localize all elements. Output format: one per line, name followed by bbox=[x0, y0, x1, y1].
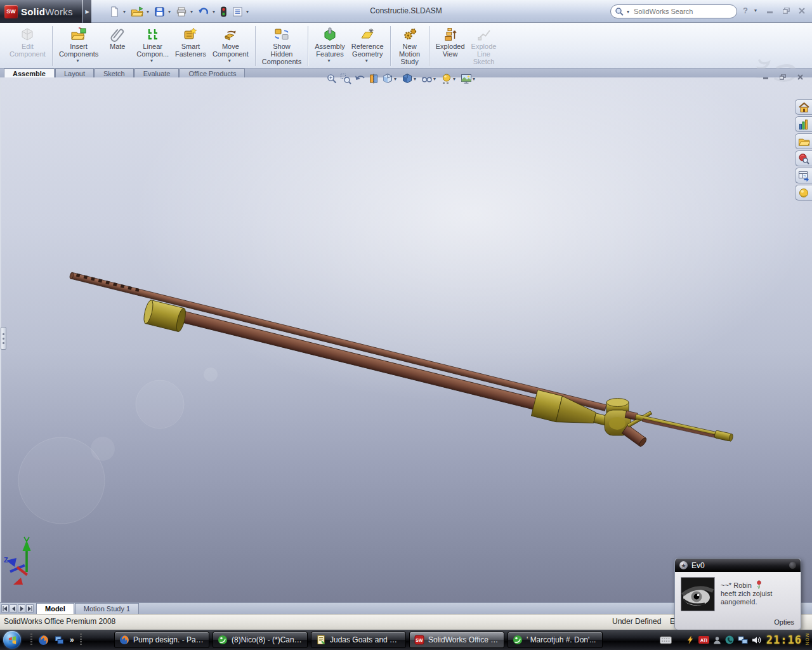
section-view-button[interactable] bbox=[367, 72, 381, 85]
buddy-icon[interactable] bbox=[713, 636, 721, 644]
lower-tube[interactable] bbox=[169, 308, 550, 413]
network-icon[interactable] bbox=[738, 636, 748, 644]
help-button[interactable]: ? bbox=[743, 6, 748, 15]
reference-geometry-button[interactable]: ReferenceGeometry▾ bbox=[348, 25, 387, 63]
quicklaunch-overflow-chevron[interactable]: » bbox=[70, 635, 74, 644]
doc-minimize-button[interactable] bbox=[761, 73, 770, 81]
hide-show-items-button[interactable]: ▾ bbox=[420, 72, 440, 85]
menu-expand-arrow[interactable]: ▶ bbox=[83, 0, 91, 23]
linear-component-pattern-button[interactable]: LinearCompon...▾ bbox=[133, 25, 172, 63]
view-orientation-button[interactable]: ▾ bbox=[381, 72, 400, 85]
scene-button[interactable]: ▾ bbox=[459, 72, 479, 85]
messenger-signin-popup[interactable]: ★ Ev0 ~~* Robin heeft zich zojuist aange… bbox=[674, 558, 801, 630]
dropdown-arrow-icon[interactable]: ▾ bbox=[246, 9, 249, 15]
search-scope-dropdown[interactable]: ▾ bbox=[627, 9, 629, 15]
graphics-viewport[interactable]: Z bbox=[0, 77, 812, 602]
open-button[interactable] bbox=[128, 4, 146, 19]
tab-sketch[interactable]: Sketch bbox=[95, 69, 134, 77]
new-motion-study-button[interactable]: NewMotionStudy bbox=[394, 25, 426, 65]
dropdown-arrow-icon[interactable]: ▾ bbox=[147, 9, 149, 15]
popup-options-link[interactable]: Opties bbox=[774, 618, 794, 626]
help-dropdown[interactable]: ▾ bbox=[754, 8, 757, 13]
dropdown-arrow-icon[interactable]: ▾ bbox=[213, 9, 215, 15]
taskbar-button-label: ' Marcotjuh #. Don'... bbox=[527, 635, 596, 644]
taskpane-appearances-tab[interactable] bbox=[795, 185, 812, 201]
smart-fasteners-button[interactable]: SmartFasteners bbox=[172, 25, 209, 58]
volume-icon[interactable] bbox=[752, 636, 761, 644]
appearance-button[interactable]: ▾ bbox=[440, 72, 459, 85]
taskbar-button[interactable]: ' Marcotjuh #. Don'... bbox=[508, 632, 603, 648]
search-input[interactable] bbox=[634, 8, 733, 15]
taskbar-button[interactable]: Pump design. - Pag... bbox=[114, 632, 209, 648]
dropdown-arrow-icon[interactable]: ▾ bbox=[433, 76, 436, 82]
valve-t-fitting[interactable] bbox=[605, 399, 652, 448]
new-document-button[interactable] bbox=[107, 4, 122, 19]
dropdown-arrow-icon[interactable]: ▾ bbox=[414, 76, 416, 82]
tab-last-button[interactable] bbox=[26, 604, 34, 613]
edit-component-label: Edit bbox=[22, 43, 34, 50]
show-hidden-components-button[interactable]: ShowHiddenComponents bbox=[259, 25, 304, 65]
taskpane-view-palette-tab[interactable] bbox=[795, 168, 812, 183]
close-button[interactable] bbox=[797, 6, 807, 15]
dropdown-arrow-icon[interactable]: ▾ bbox=[77, 58, 79, 63]
tray-clock[interactable]: 21:16 bbox=[766, 633, 802, 646]
previous-view-button[interactable] bbox=[353, 72, 367, 85]
dropdown-arrow-icon[interactable]: ▾ bbox=[473, 76, 475, 82]
options-list-button[interactable] bbox=[230, 4, 246, 19]
tab-prev-button[interactable] bbox=[10, 604, 17, 613]
move-component-button[interactable]: MoveComponent▾ bbox=[209, 25, 252, 63]
quick-launch: » bbox=[30, 630, 82, 650]
taskpane-solidworks-resources-tab[interactable] bbox=[795, 99, 812, 115]
taskbar-button[interactable]: SWSolidWorks Office P... bbox=[409, 632, 504, 648]
start-button[interactable] bbox=[3, 631, 21, 649]
restore-button[interactable] bbox=[781, 6, 791, 15]
dropdown-arrow-icon[interactable]: ▾ bbox=[190, 9, 193, 15]
traffic-light-button[interactable] bbox=[218, 4, 230, 19]
featuretree-splitter-handle[interactable] bbox=[1, 327, 6, 350]
titlebar: SW SolidWorks ▶ ▾▾▾▾▾▾ Constructie.SLDAS… bbox=[0, 0, 812, 23]
taskbar-button[interactable]: (8)Nico(8) - (*)Cano... bbox=[213, 632, 308, 648]
doc-restore-button[interactable] bbox=[778, 73, 787, 81]
zoom-area-button[interactable] bbox=[339, 72, 353, 85]
popup-close-icon[interactable] bbox=[789, 562, 796, 569]
dropdown-arrow-icon[interactable]: ▾ bbox=[228, 58, 231, 63]
ati-icon[interactable]: ATI bbox=[698, 636, 709, 644]
mate-button[interactable]: Mate bbox=[102, 25, 133, 50]
save-button[interactable] bbox=[152, 4, 167, 19]
doc-close-button[interactable] bbox=[796, 73, 804, 81]
dropdown-arrow-icon[interactable]: ▾ bbox=[394, 76, 396, 82]
dropdown-arrow-icon[interactable]: ▾ bbox=[365, 58, 368, 63]
insert-components-button[interactable]: InsertComponents▾ bbox=[56, 25, 102, 63]
taskpane-design-library-tab[interactable] bbox=[795, 116, 812, 132]
dropdown-arrow-icon[interactable]: ▾ bbox=[168, 9, 171, 15]
assembly-3d-model[interactable]: Z bbox=[1, 77, 812, 602]
minimize-button[interactable] bbox=[765, 6, 775, 15]
tab-model[interactable]: Model bbox=[36, 603, 74, 614]
tab-layout[interactable]: Layout bbox=[55, 69, 94, 77]
tab-assemble[interactable]: Assemble bbox=[4, 69, 55, 77]
dropdown-arrow-icon[interactable]: ▾ bbox=[453, 76, 455, 82]
dropdown-arrow-icon[interactable]: ▾ bbox=[123, 9, 126, 15]
show-desktop-icon[interactable] bbox=[55, 635, 64, 645]
zoom-fit-button[interactable] bbox=[325, 72, 339, 85]
assembly-features-button[interactable]: AssemblyFeatures▾ bbox=[311, 25, 348, 63]
taskpane-file-explorer-tab[interactable] bbox=[795, 133, 812, 149]
dropdown-arrow-icon[interactable]: ▾ bbox=[150, 58, 153, 63]
taskbar-button[interactable]: Judas Goats and Die... bbox=[311, 632, 406, 648]
keyboard-icon[interactable] bbox=[660, 636, 672, 644]
exploded-view-button[interactable]: ExplodedView bbox=[433, 25, 468, 58]
phone-icon[interactable] bbox=[725, 635, 734, 644]
tab-first-button[interactable] bbox=[1, 604, 9, 613]
taskpane-solidworks-search-tab[interactable] bbox=[795, 150, 812, 166]
firefox-quicklaunch-icon[interactable] bbox=[38, 635, 49, 646]
tab-motion-study-1[interactable]: Motion Study 1 bbox=[75, 603, 139, 614]
display-style-button[interactable]: ▾ bbox=[400, 72, 420, 85]
undo-button[interactable] bbox=[195, 4, 212, 19]
tab-next-button[interactable] bbox=[18, 604, 25, 613]
tab-evaluate[interactable]: Evaluate bbox=[134, 69, 180, 77]
search-box[interactable]: ▾ bbox=[610, 4, 737, 18]
dropdown-arrow-icon[interactable]: ▾ bbox=[328, 58, 331, 63]
print-button[interactable] bbox=[173, 4, 190, 19]
media-icon[interactable] bbox=[686, 635, 695, 644]
tab-office-products[interactable]: Office Products bbox=[180, 69, 245, 77]
